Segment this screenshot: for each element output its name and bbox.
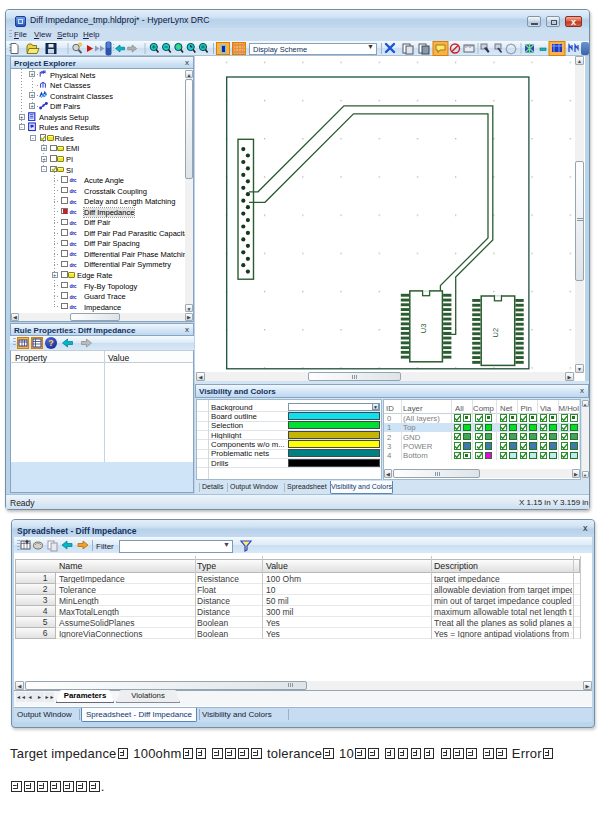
svg-text:U2: U2 bbox=[491, 328, 500, 338]
svg-text:U3: U3 bbox=[419, 324, 428, 334]
